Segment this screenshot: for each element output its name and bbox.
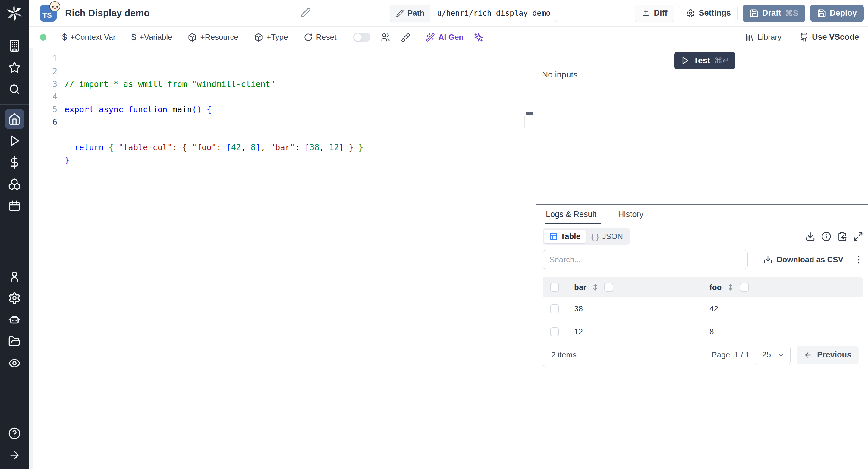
- package-icon: [254, 33, 263, 42]
- use-vscode-label: Use VScode: [812, 33, 859, 42]
- sidebar-item-folders[interactable]: [0, 331, 29, 352]
- table-footer: 2 items Page: 1 / 1 25 Previous: [543, 343, 863, 367]
- column-header-bar[interactable]: bar: [574, 283, 586, 292]
- multiplayer-toggle[interactable]: [353, 33, 370, 42]
- row-checkbox[interactable]: [550, 305, 559, 313]
- add-context-var-label: +Context Var: [70, 33, 116, 42]
- dollar-icon: $: [131, 32, 136, 42]
- path-button[interactable]: Path: [390, 5, 430, 22]
- code-editor[interactable]: 1 2 3 4 5 6 // import * as wmill from "w…: [29, 48, 535, 469]
- sidebar-item-settings[interactable]: [0, 287, 29, 309]
- collaborators-icon[interactable]: [381, 33, 390, 42]
- topbar: TS Rich Display demo Path u/henri/rich_d…: [29, 0, 868, 27]
- sidebar-item-audit-logs[interactable]: [0, 352, 29, 374]
- code-lines[interactable]: // import * as wmill from "windmill-clie…: [64, 53, 524, 205]
- expand-result-icon[interactable]: [853, 231, 863, 242]
- test-button[interactable]: Test ⌘↵: [674, 52, 735, 69]
- cell-foo: 42: [710, 304, 718, 313]
- run-panel: Test ⌘↵ No inputs Logs & Result History …: [536, 48, 868, 469]
- select-all-checkbox[interactable]: [550, 283, 559, 292]
- sort-icon[interactable]: [591, 283, 599, 291]
- table-header-row: bar foo: [543, 277, 863, 297]
- path-value[interactable]: u/henri/rich_display_demo: [430, 5, 557, 22]
- view-toggle-table[interactable]: Table: [544, 230, 586, 243]
- active-tab-underline: [545, 223, 601, 224]
- sidebar-item-resources[interactable]: [0, 173, 29, 195]
- add-type-label: +Type: [267, 33, 288, 42]
- download-result-icon[interactable]: [805, 231, 815, 242]
- line-number: 3: [29, 78, 57, 90]
- editor-toolbar: $ +Context Var $ +Variable +Resource +Ty…: [29, 27, 868, 48]
- table-row[interactable]: 12 8: [543, 320, 863, 343]
- expand-sidebar-arrow-icon[interactable]: [0, 444, 29, 466]
- language-badge: TS: [40, 5, 57, 22]
- ai-gen-button[interactable]: AI Gen: [426, 33, 464, 42]
- sparkles-icon[interactable]: [474, 33, 484, 42]
- sidebar-item-home[interactable]: [0, 108, 29, 130]
- add-context-var-button[interactable]: $ +Context Var: [62, 32, 116, 42]
- view-toggle-json[interactable]: { } JSON: [586, 230, 628, 243]
- add-resource-button[interactable]: +Resource: [188, 33, 238, 42]
- arrow-left-icon: [804, 351, 812, 359]
- favorites-star-icon[interactable]: [0, 57, 29, 79]
- format-brush-icon[interactable]: [401, 33, 410, 42]
- test-label: Test: [693, 56, 710, 65]
- search-input[interactable]: [542, 250, 748, 269]
- search-icon[interactable]: [0, 79, 29, 100]
- edit-summary-pencil-icon[interactable]: [301, 7, 311, 19]
- diff-button[interactable]: Diff: [635, 4, 674, 22]
- row-checkbox[interactable]: [550, 327, 559, 336]
- sidebar-item-workers[interactable]: [0, 309, 29, 331]
- draft-button[interactable]: Draft ⌘S: [743, 4, 805, 22]
- settings-label: Settings: [699, 8, 731, 18]
- reset-label: Reset: [316, 33, 337, 42]
- sidebar-item-runs[interactable]: [0, 130, 29, 152]
- page-size-select[interactable]: 25: [755, 346, 790, 365]
- copy-result-icon[interactable]: [837, 231, 847, 242]
- sidebar-item-schedules[interactable]: [0, 195, 29, 217]
- sort-icon[interactable]: [726, 283, 735, 291]
- sidebar-item-users[interactable]: [0, 265, 29, 287]
- line-number: 2: [29, 65, 57, 78]
- table-icon: [550, 232, 558, 241]
- indent-guide: [62, 90, 62, 103]
- items-count: 2 items: [551, 350, 577, 359]
- cell-bar: 38: [574, 304, 583, 313]
- info-icon[interactable]: [821, 231, 831, 242]
- add-resource-label: +Resource: [200, 33, 238, 42]
- deploy-label: Deploy: [830, 8, 857, 18]
- add-type-button[interactable]: +Type: [254, 33, 288, 42]
- library-button[interactable]: Library: [745, 33, 781, 42]
- reset-button[interactable]: Reset: [304, 33, 337, 42]
- path-group[interactable]: Path u/henri/rich_display_demo: [390, 4, 558, 22]
- column-bar-checkbox[interactable]: [604, 283, 613, 292]
- deploy-button[interactable]: Deploy: [810, 4, 864, 22]
- tab-logs-result[interactable]: Logs & Result: [546, 210, 596, 219]
- column-foo-checkbox[interactable]: [740, 283, 749, 292]
- braces-icon: { }: [591, 232, 599, 241]
- table-view-label: Table: [561, 232, 581, 241]
- table-search-row: Download as CSV ⋮: [542, 250, 863, 269]
- table-row[interactable]: 38 42: [543, 297, 863, 320]
- workspace-building-icon[interactable]: [0, 35, 29, 57]
- tab-history[interactable]: History: [618, 210, 644, 219]
- add-variable-label: +Variable: [140, 33, 173, 42]
- download-csv-button[interactable]: Download as CSV: [764, 255, 843, 264]
- settings-button[interactable]: Settings: [679, 4, 738, 22]
- sidebar-item-variables[interactable]: [0, 152, 29, 173]
- path-label: Path: [407, 8, 424, 18]
- previous-label: Previous: [817, 350, 851, 359]
- previous-page-button[interactable]: Previous: [797, 346, 859, 365]
- cell-foo: 8: [710, 327, 714, 336]
- windmill-logo[interactable]: [0, 0, 29, 27]
- help-icon[interactable]: [0, 423, 29, 444]
- page-size-value: 25: [762, 350, 771, 359]
- add-variable-button[interactable]: $ +Variable: [131, 32, 173, 42]
- column-header-foo[interactable]: foo: [710, 283, 721, 292]
- result-tabs: Logs & Result History: [536, 205, 868, 224]
- use-vscode-button[interactable]: Use VScode: [800, 33, 859, 42]
- table-options-kebab-icon[interactable]: ⋮: [854, 255, 863, 264]
- line-number: 1: [29, 53, 57, 65]
- result-table: bar foo 38 42: [542, 277, 863, 367]
- cell-bar: 12: [574, 327, 583, 336]
